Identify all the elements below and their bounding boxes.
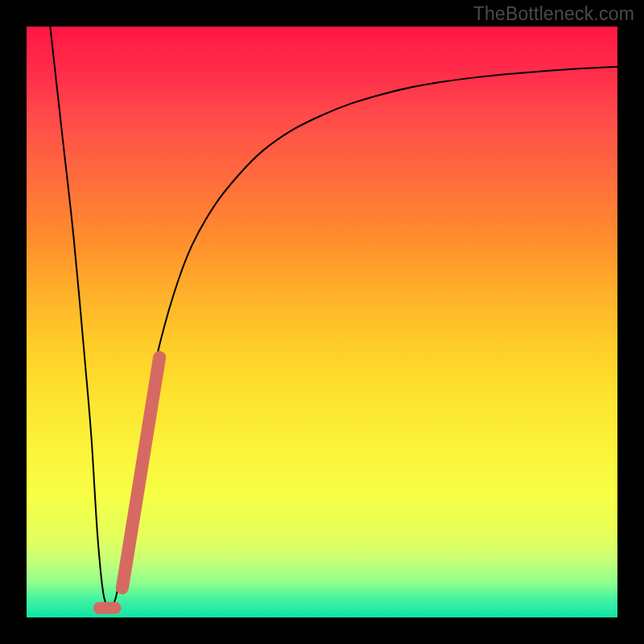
plot-area (27, 27, 617, 617)
series-group (50, 27, 617, 608)
chart-frame: TheBottleneck.com (0, 0, 644, 644)
watermark-text: TheBottleneck.com (473, 3, 634, 25)
highlight-up-segment (122, 357, 159, 588)
chart-svg (27, 27, 617, 617)
